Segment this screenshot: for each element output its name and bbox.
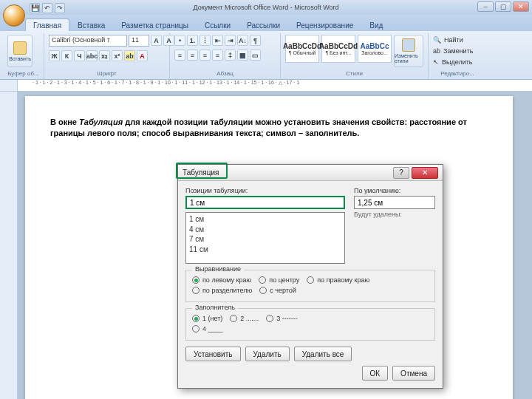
style-normal[interactable]: AaBbCcDd¶ Обычный [285, 35, 319, 63]
ribbon: Вставить Буфер об... Calibri (Основной т… [0, 31, 532, 80]
justify-icon[interactable]: ≡ [212, 50, 223, 61]
tab-view[interactable]: Вид [361, 18, 391, 31]
positions-label: Позиции табуляции: [185, 187, 345, 194]
window-titlebar: Документ Microsoft Office Word - Microso… [0, 0, 532, 15]
ribbon-tabs: Главная Вставка Разметка страницы Ссылки… [0, 15, 532, 31]
dialog-title: Табуляция [183, 168, 219, 177]
dialog-help-button[interactable]: ? [393, 167, 409, 179]
font-name-combo[interactable]: Calibri (Основной т [49, 35, 127, 47]
align-center-radio[interactable]: по центру [259, 275, 299, 285]
tab-review[interactable]: Рецензирование [288, 18, 361, 31]
align-left-icon[interactable]: ≡ [174, 50, 185, 61]
will-remove-label: Будут удалены: [354, 211, 435, 218]
numbering-icon[interactable]: 1. [187, 35, 198, 46]
font-color-icon[interactable]: A [137, 50, 148, 61]
vertical-ruler[interactable] [0, 92, 18, 399]
dialog-titlebar[interactable]: Табуляция ? ✕ [178, 165, 443, 181]
undo-icon[interactable]: ↶ [42, 3, 52, 13]
style-heading[interactable]: AaBbCcЗаголово... [358, 35, 392, 63]
ok-button[interactable]: ОК [362, 366, 389, 381]
search-icon: 🔍 [433, 36, 441, 44]
default-label: По умолчанию: [354, 187, 435, 194]
group-clipboard-label: Буфер об... [7, 70, 39, 78]
group-styles-label: Стили [285, 70, 423, 78]
paste-button[interactable]: Вставить [7, 35, 33, 67]
align-right-icon[interactable]: ≡ [200, 50, 211, 61]
quick-access-toolbar: 💾 ↶ ↷ [30, 3, 65, 13]
replace-icon: ab [433, 47, 440, 55]
window-minimize-button[interactable]: – [477, 1, 494, 12]
clipboard-icon [13, 41, 27, 55]
set-button[interactable]: Установить [185, 347, 241, 361]
indent-icon[interactable]: ⇥ [225, 35, 236, 46]
tab-positions-list[interactable]: 1 см 4 см 7 см 11 см [185, 212, 345, 264]
group-font-label: Шрифт [49, 70, 165, 78]
outdent-icon[interactable]: ⇤ [212, 35, 223, 46]
align-right-radio[interactable]: по правому краю [307, 275, 369, 285]
bullets-icon[interactable]: • [174, 35, 185, 46]
underline-icon[interactable]: Ч [74, 50, 85, 61]
select-button[interactable]: ↖Выделить [433, 57, 473, 67]
cursor-icon: ↖ [433, 58, 439, 66]
list-item[interactable]: 1 см [189, 214, 341, 225]
change-styles-button[interactable]: Изменить стили [394, 35, 423, 67]
horizontal-ruler-bar: · 1 · 1 · 2 · 1 · 3 · 1 · 4 · 1 · 5 · 1 … [0, 80, 532, 92]
cancel-button[interactable]: Отмена [392, 366, 435, 381]
leader-none-radio[interactable]: 1 (нет) [192, 313, 222, 324]
tab-position-input[interactable] [185, 196, 345, 209]
borders-icon[interactable]: ▭ [250, 50, 261, 61]
font-size-combo[interactable]: 11 [129, 35, 149, 47]
tab-page-layout[interactable]: Разметка страницы [113, 18, 197, 31]
strike-icon[interactable]: abc [86, 50, 98, 61]
window-close-button[interactable]: ✕ [513, 1, 529, 12]
align-center-icon[interactable]: ≡ [187, 50, 198, 61]
multilevel-icon[interactable]: ⋮ [200, 35, 211, 46]
office-button[interactable] [3, 4, 25, 27]
window-title: Документ Microsoft Office Word - Microso… [194, 4, 339, 11]
styles-icon [402, 38, 415, 52]
align-left-radio[interactable]: по левому краю [192, 275, 251, 285]
style-no-spacing[interactable]: AaBbCcDd¶ Без инт... [321, 35, 355, 63]
line-spacing-icon[interactable]: ‡ [225, 50, 236, 61]
leader-dots-radio[interactable]: 2 ....... [230, 313, 259, 324]
sort-icon[interactable]: A↓ [237, 35, 248, 46]
leader-fieldset: Заполнитель 1 (нет) 2 ....... 3 ------- … [185, 308, 435, 341]
tab-mailings[interactable]: Рассылки [239, 18, 288, 31]
grow-font-icon[interactable]: A [151, 35, 162, 46]
tab-insert[interactable]: Вставка [69, 18, 113, 31]
align-decimal-radio[interactable]: по разделителю [192, 285, 252, 296]
alignment-legend: Выравнивание [192, 265, 244, 273]
document-paragraph: В окне Табуляция для каждой позиции табу… [50, 117, 488, 139]
window-maximize-button[interactable]: ▢ [495, 1, 511, 12]
replace-button[interactable]: abЗаменить [433, 46, 473, 56]
italic-icon[interactable]: К [61, 50, 72, 61]
clear-button[interactable]: Удалить [245, 347, 290, 361]
superscript-icon[interactable]: x² [112, 50, 123, 61]
horizontal-ruler[interactable]: · 1 · 1 · 2 · 1 · 3 · 1 · 4 · 1 · 5 · 1 … [18, 80, 532, 91]
subscript-icon[interactable]: x₂ [99, 50, 110, 61]
highlight-icon[interactable]: ab [124, 50, 135, 61]
list-item[interactable]: 4 см [189, 225, 341, 235]
group-editing-label: Редактиро... [433, 70, 482, 78]
bold-icon[interactable]: Ж [49, 50, 60, 61]
tab-references[interactable]: Ссылки [197, 18, 239, 31]
redo-icon[interactable]: ↷ [55, 3, 65, 13]
leader-underline-radio[interactable]: 4 ____ [192, 324, 223, 334]
leader-legend: Заполнитель [192, 304, 238, 311]
list-item[interactable]: 7 см [189, 234, 341, 245]
save-icon[interactable]: 💾 [30, 3, 40, 13]
default-tab-input[interactable] [354, 196, 435, 209]
tab-home[interactable]: Главная [25, 18, 69, 31]
alignment-fieldset: Выравнивание по левому краю по центру по… [185, 270, 435, 302]
dialog-close-button[interactable]: ✕ [412, 167, 438, 179]
find-button[interactable]: 🔍Найти [433, 35, 463, 45]
leader-dashes-radio[interactable]: 3 ------- [266, 313, 298, 324]
show-marks-icon[interactable]: ¶ [250, 35, 261, 46]
align-bar-radio[interactable]: с чертой [259, 285, 296, 296]
group-paragraph-label: Абзац [174, 70, 276, 78]
shading-icon[interactable]: ▦ [237, 50, 248, 61]
clear-all-button[interactable]: Удалить все [294, 347, 352, 361]
list-item[interactable]: 11 см [189, 245, 341, 255]
tabulation-dialog: Табуляция ? ✕ Позиции табуляции: 1 см 4 … [177, 164, 443, 389]
